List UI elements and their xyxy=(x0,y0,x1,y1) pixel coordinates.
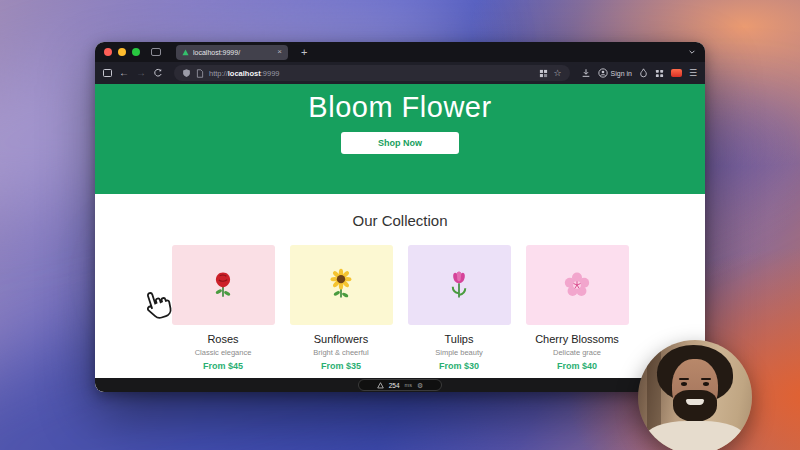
apps-grid-icon[interactable] xyxy=(655,69,664,78)
card-tagline: Classic elegance xyxy=(172,348,275,357)
forward-button[interactable]: → xyxy=(136,68,146,78)
page-footer: 254 ms ⚙ xyxy=(95,378,705,392)
rose-icon xyxy=(208,268,238,302)
browser-window: localhost:9999/ × + ← → xyxy=(95,42,705,392)
sign-in-label: Sign in xyxy=(611,70,632,77)
card-price: From $35 xyxy=(290,361,393,371)
timer-unit: ms xyxy=(405,382,412,388)
product-cards: Roses Classic elegance From $45 xyxy=(95,245,705,371)
product-card-cherry-blossoms[interactable]: Cherry Blossoms Delicate grace From $40 xyxy=(526,245,629,371)
card-tagline: Delicate grace xyxy=(526,348,629,357)
tab-title: localhost:9999/ xyxy=(193,49,273,56)
webcam-overlay xyxy=(638,340,752,450)
reload-icon[interactable] xyxy=(153,68,163,78)
close-window-button[interactable] xyxy=(104,48,112,56)
url-text: http://localhost:9999 xyxy=(209,69,279,78)
webcam-person-smile xyxy=(686,399,704,405)
recorder-logo-icon xyxy=(377,382,384,389)
collection-heading: Our Collection xyxy=(95,212,705,229)
recording-extension-icon[interactable] xyxy=(671,69,682,77)
tab-close-icon[interactable]: × xyxy=(277,48,282,56)
tab-localhost[interactable]: localhost:9999/ × xyxy=(176,45,288,60)
webcam-person-shirt xyxy=(645,421,745,450)
url-bar[interactable]: http://localhost:9999 ☆ xyxy=(174,65,570,81)
download-icon[interactable] xyxy=(581,68,591,78)
card-image xyxy=(408,245,511,325)
page-title: Bloom Flower xyxy=(95,91,705,124)
card-name: Sunflowers xyxy=(290,333,393,345)
tab-bar: localhost:9999/ × + xyxy=(95,42,705,62)
zoom-window-button[interactable] xyxy=(132,48,140,56)
card-image xyxy=(526,245,629,325)
card-name: Tulips xyxy=(408,333,511,345)
url-protocol: http:// xyxy=(209,69,228,78)
cherry-blossom-icon xyxy=(562,270,592,300)
card-tagline: Simple beauty xyxy=(408,348,511,357)
card-price: From $40 xyxy=(526,361,629,371)
card-price: From $45 xyxy=(172,361,275,371)
product-card-roses[interactable]: Roses Classic elegance From $45 xyxy=(172,245,275,371)
collection-section: Our Collection Roses xyxy=(95,194,705,378)
recording-toolbar[interactable]: 254 ms ⚙ xyxy=(358,379,442,391)
page-info-icon[interactable] xyxy=(196,69,204,78)
product-card-sunflowers[interactable]: Sunflowers Bright & cheerful From $35 xyxy=(290,245,393,371)
timer-value: 254 xyxy=(389,382,400,389)
minimize-window-button[interactable] xyxy=(118,48,126,56)
firefox-view-icon[interactable] xyxy=(151,48,161,56)
shop-now-button[interactable]: Shop Now xyxy=(341,132,459,154)
page-content: Bloom Flower Shop Now Our Collection xyxy=(95,84,705,392)
chevron-down-icon[interactable] xyxy=(688,48,696,56)
back-button[interactable]: ← xyxy=(119,68,129,78)
hero-section: Bloom Flower Shop Now xyxy=(95,84,705,194)
tulip-icon xyxy=(444,268,474,302)
url-port: :9999 xyxy=(261,69,280,78)
tab-favicon xyxy=(182,49,189,56)
card-name: Cherry Blossoms xyxy=(526,333,629,345)
card-image xyxy=(172,245,275,325)
card-tagline: Bright & cheerful xyxy=(290,348,393,357)
flame-addon-icon[interactable] xyxy=(639,68,648,78)
account-icon xyxy=(598,68,608,78)
grid-icon[interactable] xyxy=(539,69,548,78)
shield-icon[interactable] xyxy=(182,68,191,78)
sunflower-icon xyxy=(326,268,356,302)
new-tab-button[interactable]: + xyxy=(301,47,307,58)
sidebar-icon[interactable] xyxy=(103,69,112,77)
url-host: localhost xyxy=(228,69,261,78)
sign-in-button[interactable]: Sign in xyxy=(598,68,632,78)
webcam-person-eye xyxy=(703,382,709,386)
window-controls xyxy=(104,48,140,56)
menu-icon[interactable]: ☰ xyxy=(689,69,697,78)
gear-icon[interactable]: ⚙ xyxy=(417,382,423,389)
card-price: From $30 xyxy=(408,361,511,371)
navigation-toolbar: ← → http://localhost:9999 ☆ xyxy=(95,62,705,84)
card-name: Roses xyxy=(172,333,275,345)
bookmark-star-icon[interactable]: ☆ xyxy=(553,69,561,78)
webcam-person-beard xyxy=(673,390,716,422)
desktop-wallpaper: localhost:9999/ × + ← → xyxy=(0,0,800,450)
card-image xyxy=(290,245,393,325)
product-card-tulips[interactable]: Tulips Simple beauty From $30 xyxy=(408,245,511,371)
